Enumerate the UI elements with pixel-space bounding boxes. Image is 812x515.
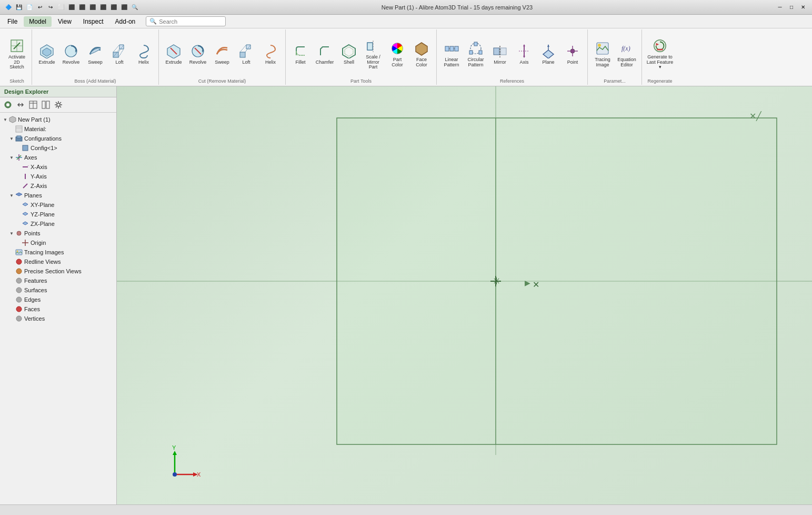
explorer-btn-link[interactable]: [15, 99, 26, 111]
point-button[interactable]: Point: [561, 36, 584, 73]
menu-inspect[interactable]: Inspect: [78, 16, 109, 27]
face-color-button[interactable]: Face Color: [410, 36, 433, 73]
expand-axes[interactable]: ▼: [8, 154, 15, 161]
maximize-button[interactable]: □: [787, 3, 796, 12]
tree-item-vertices[interactable]: Vertices: [0, 314, 116, 323]
search-input[interactable]: [159, 18, 222, 25]
linear-pattern-button[interactable]: LinearPattern: [440, 36, 463, 73]
extrude-boss-button[interactable]: Extrude: [35, 36, 58, 73]
helix-boss-button[interactable]: Helix: [132, 36, 155, 73]
svg-marker-25: [416, 43, 427, 55]
undo-icon[interactable]: ↩: [36, 3, 44, 12]
tree-item-x-axis[interactable]: → X-Axis: [0, 162, 116, 172]
tree-item-material[interactable]: Material:: [0, 124, 116, 134]
loft-cut-label: Loft: [242, 60, 250, 65]
plane-button[interactable]: Plane: [537, 36, 560, 73]
explorer-btn-circle[interactable]: [2, 99, 14, 111]
part-color-label: Part Color: [387, 57, 408, 68]
tree-item-xy-plane[interactable]: XY-Plane: [0, 200, 116, 210]
sweep-cut-label: Sweep: [215, 60, 229, 65]
tb-icon-9: ⬛: [120, 3, 128, 12]
helix-cut-button[interactable]: Helix: [259, 36, 282, 73]
tree-item-tracing-images[interactable]: Tracing Images: [0, 247, 116, 257]
mirror-button[interactable]: Mirror: [488, 36, 512, 73]
tree-item-features[interactable]: Features: [0, 276, 116, 285]
menu-view[interactable]: View: [53, 16, 77, 27]
expand-new-part[interactable]: ▼: [2, 116, 8, 123]
search-box[interactable]: 🔍: [146, 16, 226, 26]
generate-to-last-feature-button[interactable]: Generate toLast Feature ▾: [645, 36, 675, 73]
tree-item-origin[interactable]: Origin: [0, 238, 116, 247]
activate-2d-sketch-button[interactable]: Activate2D Sketch: [5, 36, 28, 73]
tree-item-axes[interactable]: ▼ Axes: [0, 153, 116, 162]
precise-section-icon: [15, 267, 23, 275]
explorer-btn-table[interactable]: [27, 99, 39, 111]
minimize-button[interactable]: ─: [775, 3, 785, 12]
expand-origin: [15, 240, 21, 246]
circular-pattern-button[interactable]: CircularPattern: [464, 36, 487, 73]
expand-precise-section-views: [8, 268, 15, 274]
svg-marker-81: [23, 222, 28, 225]
tree-item-config1[interactable]: Config<1>: [0, 143, 116, 153]
tree-item-edges[interactable]: Edges: [0, 295, 116, 304]
expand-configurations[interactable]: ▼: [8, 135, 15, 142]
equation-editor-icon: f(x): [619, 41, 635, 56]
equation-editor-button[interactable]: f(x) EquationEditor: [615, 36, 638, 73]
sweep-boss-button[interactable]: Sweep: [84, 36, 107, 73]
loft-cut-button[interactable]: Loft: [235, 36, 258, 73]
tree-item-redline-views[interactable]: Redline Views: [0, 257, 116, 266]
tree-item-yz-plane[interactable]: YZ-Plane: [0, 210, 116, 219]
parametric-buttons: TracingImage f(x) EquationEditor: [591, 31, 638, 77]
menu-addon[interactable]: Add-on: [110, 16, 141, 27]
tree-item-surfaces[interactable]: Surfaces: [0, 285, 116, 295]
loft-boss-label: Loft: [115, 60, 123, 65]
expand-planes[interactable]: ▼: [8, 192, 15, 199]
tree-item-y-axis[interactable]: Y-Axis: [0, 172, 116, 181]
point-label: Point: [567, 60, 578, 65]
part-color-button[interactable]: Part Color: [386, 36, 409, 73]
viewport[interactable]: ✳ ▶ ✕ ✕ ╱ Y X: [117, 86, 812, 504]
tree-item-new-part[interactable]: ▼ New Part (1): [0, 115, 116, 124]
expand-points[interactable]: ▼: [8, 230, 15, 236]
svg-marker-39: [523, 44, 525, 46]
boss-section-label: Boss (Add Material): [74, 77, 116, 84]
explorer-btn-settings[interactable]: [53, 99, 64, 111]
tracing-image-button[interactable]: TracingImage: [591, 36, 614, 73]
fillet-button[interactable]: Fillet: [289, 36, 312, 73]
tree-label-zx-plane: ZX-Plane: [31, 221, 55, 227]
svg-text:Y: Y: [172, 445, 176, 451]
shell-button[interactable]: Shell: [337, 36, 360, 73]
redo-icon[interactable]: ↪: [46, 3, 55, 12]
svg-rect-23: [367, 43, 373, 50]
tree-item-faces[interactable]: Faces: [0, 304, 116, 314]
sweep-cut-button[interactable]: Sweep: [210, 36, 234, 73]
svg-point-87: [16, 259, 22, 264]
svg-point-88: [16, 269, 22, 274]
cut-section-label: Cut (Remove Material): [198, 77, 246, 84]
axes-icon: [15, 153, 23, 162]
tree-label-x-axis: X-Axis: [31, 164, 47, 170]
tree-item-points[interactable]: ▼ Points: [0, 229, 116, 238]
extrude-cut-button[interactable]: Extrude: [162, 36, 185, 73]
revolve-cut-button[interactable]: Revolve: [186, 36, 209, 73]
tree-item-zx-plane[interactable]: ZX-Plane: [0, 219, 116, 229]
toolbar-section-sketch: Activate2D Sketch Sketch: [2, 29, 32, 85]
svg-point-46: [570, 49, 575, 53]
axis-button[interactable]: Axis: [513, 36, 536, 73]
scale-mirror-icon: [365, 38, 381, 54]
explorer-btn-split[interactable]: [40, 99, 52, 111]
loft-boss-button[interactable]: Loft: [108, 36, 131, 73]
tree-item-precise-section-views[interactable]: Precise Section Views: [0, 266, 116, 276]
revolve-boss-button[interactable]: Revolve: [59, 36, 83, 73]
revolve-cut-label: Revolve: [189, 60, 207, 65]
tree-item-planes[interactable]: ▼ Planes: [0, 191, 116, 200]
tree-item-z-axis[interactable]: Z-Axis: [0, 181, 116, 191]
menu-model[interactable]: Model: [24, 16, 52, 27]
tree-item-configurations[interactable]: ▼ Configurations: [0, 134, 116, 143]
menu-file[interactable]: File: [2, 16, 23, 27]
chamfer-button[interactable]: Chamfer: [313, 36, 336, 73]
scale-mirror-part-button[interactable]: Scale /Mirror Part: [362, 36, 385, 73]
close-button[interactable]: ✕: [798, 3, 808, 12]
edges-icon: [15, 295, 23, 304]
svg-marker-40: [523, 56, 525, 58]
